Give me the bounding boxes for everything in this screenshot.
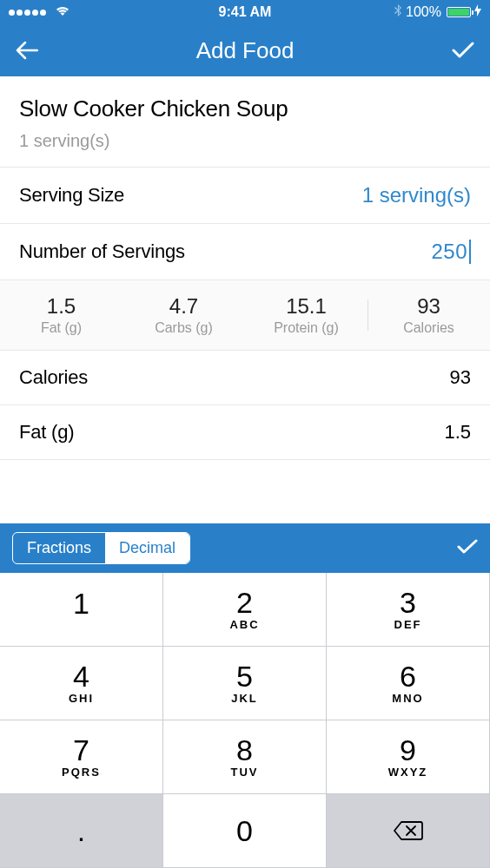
key-dot-num: . [77,816,85,845]
key-7[interactable]: 7 PQRS [0,720,163,794]
key-9[interactable]: 9 WXYZ [327,720,490,794]
fractions-tab[interactable]: Fractions [13,533,105,563]
macro-carbs-label: Carbs (g) [122,320,245,336]
serving-size-row[interactable]: Serving Size 1 serving(s) [0,168,490,224]
check-icon [452,42,474,59]
key-backspace[interactable] [327,794,490,868]
macro-summary: 1.5 Fat (g) 4.7 Carbs (g) 15.1 Protein (… [0,280,490,351]
content: Slow Cooker Chicken Soup 1 serving(s) Se… [0,76,490,523]
macro-calories-value: 93 [368,294,490,319]
key-3-num: 3 [400,588,416,617]
wifi-icon [55,4,70,20]
serving-size-label: Serving Size [19,184,124,207]
key-4-num: 4 [73,661,89,691]
detail-fat-row: Fat (g) 1.5 [0,405,490,460]
mode-confirm-button[interactable] [457,539,478,558]
key-9-sub: WXYZ [388,766,428,779]
key-4[interactable]: 4 GHI [0,647,163,720]
detail-calories-row: Calories 93 [0,351,490,405]
input-mode-bar: Fractions Decimal [0,523,490,573]
macro-protein-value: 15.1 [245,294,368,319]
key-3[interactable]: 3 DEF [327,573,490,647]
detail-fat-label: Fat (g) [19,421,74,444]
status-left [9,4,166,20]
confirm-button[interactable] [440,42,474,59]
key-3-sub: DEF [394,618,422,631]
key-6-num: 6 [400,661,416,691]
key-dot[interactable]: . [0,794,163,868]
key-0-num: 0 [236,816,253,845]
key-1-num: 1 [73,589,89,618]
key-0[interactable]: 0 [163,794,327,868]
check-icon [457,539,478,555]
status-time: 9:41 AM [166,4,323,20]
detail-fat-value: 1.5 [444,421,471,444]
battery-percent: 100% [406,4,441,20]
key-2-num: 2 [236,588,253,617]
bluetooth-icon [394,4,402,21]
key-2-sub: ABC [229,618,259,631]
num-servings-label: Number of Servings [19,240,185,263]
back-button[interactable] [16,41,50,60]
page-title: Add Food [50,37,440,64]
arrow-left-icon [16,41,38,60]
key-9-num: 9 [400,735,416,765]
key-2[interactable]: 2 ABC [163,573,327,647]
key-1[interactable]: 1 [0,573,163,647]
status-bar: 9:41 AM 100% [0,0,490,24]
macro-fat-label: Fat (g) [0,320,122,336]
serving-size-value: 1 serving(s) [362,183,471,207]
key-7-num: 7 [73,735,89,765]
key-8[interactable]: 8 TUV [163,720,327,794]
macro-protein-label: Protein (g) [245,320,368,336]
backspace-icon [393,820,424,841]
macro-fat: 1.5 Fat (g) [0,294,122,336]
detail-calories-label: Calories [19,366,88,389]
detail-calories-value: 93 [450,366,471,389]
food-name: Slow Cooker Chicken Soup [19,95,471,122]
key-6-sub: MNO [392,692,423,705]
macro-protein: 15.1 Protein (g) [245,294,368,336]
key-8-sub: TUV [231,766,259,779]
macro-fat-value: 1.5 [0,294,122,319]
key-8-num: 8 [236,735,253,765]
key-5[interactable]: 5 JKL [163,647,327,720]
num-servings-input[interactable]: 250 [431,240,471,264]
signal-dots-icon [9,10,46,16]
nav-bar: Add Food [0,24,490,76]
macro-carbs-value: 4.7 [122,294,245,319]
food-header: Slow Cooker Chicken Soup 1 serving(s) [0,76,490,168]
macro-carbs: 4.7 Carbs (g) [122,294,245,336]
key-7-sub: PQRS [62,766,101,779]
battery-icon [447,7,471,17]
decimal-tab[interactable]: Decimal [105,533,189,563]
key-4-sub: GHI [69,692,94,705]
food-subtitle: 1 serving(s) [19,131,471,151]
charging-icon [474,4,481,20]
key-6[interactable]: 6 MNO [327,647,490,720]
mode-segmented-control: Fractions Decimal [12,532,190,564]
key-5-num: 5 [236,661,253,691]
status-right: 100% [324,4,481,21]
macro-calories-label: Calories [368,320,490,336]
numeric-keypad: 1 2 ABC 3 DEF 4 GHI 5 JKL 6 MNO 7 PQRS 8… [0,573,490,868]
macro-calories: 93 Calories [368,294,490,336]
num-servings-row[interactable]: Number of Servings 250 [0,224,490,280]
key-5-sub: JKL [231,692,258,705]
